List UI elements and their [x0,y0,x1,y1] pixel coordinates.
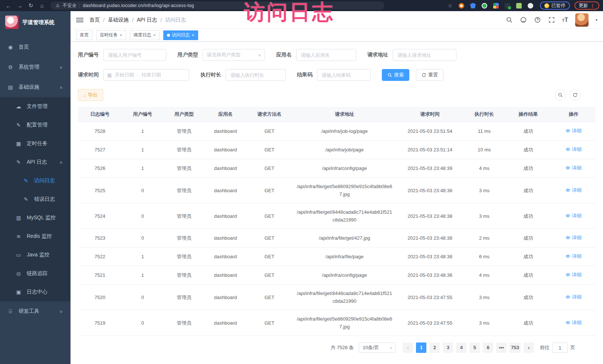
detail-link[interactable]: 详细 [566,212,581,220]
user-id-input[interactable] [103,49,166,61]
sidebar-item-access-log[interactable]: ✎访问日志 [0,171,71,190]
request-url-input[interactable] [393,49,456,61]
cell-request-time: 2021-05-03 23:48:36 [396,266,463,285]
sidebar-item-scheduled-tasks[interactable]: ▦定时任务 [0,134,71,153]
sidebar-item-java-monitor[interactable]: ▭Java 监控 [0,246,71,264]
detail-link[interactable]: 详细 [566,319,581,327]
pager-page-753[interactable]: 753 [509,342,521,353]
user-avatar[interactable] [575,13,589,27]
tab-home[interactable]: 首页 [76,30,92,40]
browser-back-icon[interactable]: ← [4,3,13,9]
pager-pages: 123456•••753 [414,342,522,353]
detail-link[interactable]: 详细 [566,186,581,194]
duration-input[interactable] [226,69,286,81]
logo-avatar [5,16,19,29]
refresh-table-button[interactable] [570,89,581,101]
breadcrumb-item[interactable]: 首页 [89,17,100,23]
pager-prev-button[interactable]: ‹ [403,342,413,353]
extension-icon-robot[interactable] [516,3,522,9]
page-size-select[interactable]: 10条/页 ∨ [359,342,396,353]
goto-page-input[interactable] [552,342,568,353]
paused-badge[interactable]: 已暂停 [540,1,570,10]
sidebar-item-redis-monitor[interactable]: ≋Redis 监控 [0,227,71,246]
pager-page-5[interactable]: 5 [469,342,480,353]
sidebar-item-trace[interactable]: ◎链路追踪 [0,264,71,283]
detail-link[interactable]: 详细 [566,234,581,242]
cell-method: GET [246,266,293,285]
github-icon[interactable] [520,16,527,23]
bookmark-star-icon[interactable]: ☆ [445,3,455,9]
sidebar-item-mysql-monitor[interactable]: ▥MySQL 监控 [0,209,71,227]
sidebar: 芋道管理系统 ◉首页⚙系统管理∨▤基础设施∧☁文件管理✎配置管理▦定时任务✎AP… [0,11,71,364]
cell-user-id: 1 [122,122,164,141]
pager-page-3[interactable]: 3 [443,342,453,353]
app-name-input[interactable] [296,49,356,61]
extension-icon-green[interactable] [482,3,487,9]
kebab-menu-icon[interactable]: ⋮ [590,3,595,9]
pager-page-1[interactable]: 1 [416,342,426,353]
sidebar-item-log-center[interactable]: ▣日志中心 [0,283,71,301]
sidebar-item-error-log[interactable]: ✎错误日志 [0,190,71,209]
close-icon[interactable]: × [153,32,156,38]
fullscreen-icon[interactable] [548,16,555,23]
close-icon[interactable]: × [119,32,122,38]
help-icon[interactable] [534,16,541,23]
font-size-icon[interactable]: TT [562,17,568,23]
chevron-down-icon[interactable]: ▾ [596,18,597,22]
sidebar-item-file-management[interactable]: ☁文件管理 [0,97,71,116]
tab-access-log[interactable]: 访问日志× [163,30,198,40]
pager-next-button[interactable]: › [524,342,534,353]
detail-link[interactable]: 详细 [566,164,581,172]
tab-schedule-log[interactable]: 调度日志× [130,30,160,40]
tab-scheduled-tasks[interactable]: 定时任务× [96,30,126,40]
pager-page-6[interactable]: 6 [483,342,493,353]
extension-icon-orange[interactable] [459,3,464,9]
sidebar-item-system-management[interactable]: ⚙系统管理∨ [0,57,71,77]
cell-duration: 3 ms [463,310,505,336]
breadcrumb-item[interactable]: 基础设施 [108,17,129,23]
search-icon[interactable] [506,16,513,23]
detail-label: 详细 [572,186,581,194]
result-code-input[interactable] [317,69,371,81]
breadcrumb-separator: / [103,17,105,23]
extension-icon-grid[interactable] [493,3,499,9]
extension-icon-translate[interactable] [505,3,510,9]
config-edit-icon: ✎ [16,122,22,128]
hamburger-icon[interactable] [76,18,83,22]
search-button[interactable]: 搜索 [382,69,409,81]
close-icon[interactable]: × [191,32,194,38]
browser-home-icon[interactable]: ⌂ [37,3,47,9]
detail-link[interactable]: 详细 [566,252,581,260]
detail-link[interactable]: 详细 [566,293,581,301]
pager-more[interactable]: ••• [496,342,507,353]
extension-icon-shield[interactable] [470,3,476,9]
pager-page-4[interactable]: 4 [456,342,466,353]
toggle-search-button[interactable] [555,89,566,101]
breadcrumb: 首页/基础设施/API 日志/访问日志 [89,17,186,23]
extensions-puzzle-icon[interactable] [528,3,533,9]
sidebar-item-config-management[interactable]: ✎配置管理 [0,116,71,134]
detail-link[interactable]: 详细 [566,271,581,279]
update-button[interactable]: 更新 ⋮ [574,1,600,10]
column-header: 用户编号 [122,107,164,122]
browser-reload-icon[interactable]: ↻ [26,2,36,9]
sidebar-item-label: 基础设施 [19,84,60,91]
sidebar-item-infrastructure[interactable]: ▤基础设施∧ [0,77,71,97]
browser-forward-icon[interactable]: → [15,3,24,9]
user-type-select[interactable]: 请选择用户类型 ∨ [203,49,265,61]
sidebar-item-api-log[interactable]: ✎API 日志∧ [0,153,71,171]
address-bar[interactable]: ⚠ 不安全 dashboard.yudao.iocoder.cn/infra/l… [50,1,384,10]
reset-button[interactable]: 重置 [416,69,443,81]
sidebar-item-home[interactable]: ◉首页 [0,37,71,57]
breadcrumb-separator: / [160,17,162,23]
request-time-range[interactable]: ▦ 开始日期 - 结束日期 [103,69,189,81]
sidebar-item-dev-tools[interactable]: ⌸研发工具∨ [0,301,71,321]
breadcrumb-item[interactable]: API 日志 [137,17,157,23]
tab-label: 访问日志 [172,32,190,38]
detail-link[interactable]: 详细 [566,145,581,153]
pager-page-2[interactable]: 2 [429,342,440,353]
table-row: 75200管理员dashboardGET/api/infra/file/get/… [78,285,596,310]
export-button[interactable]: ↓ 导出 [78,89,103,101]
chevron-down-icon: ∨ [258,53,261,57]
detail-link[interactable]: 详细 [566,127,581,135]
